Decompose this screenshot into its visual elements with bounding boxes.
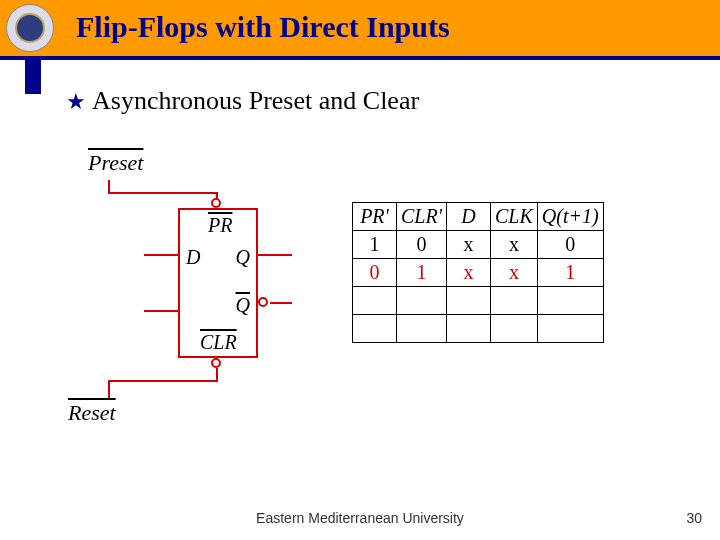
col-qnext: Q(t+1) bbox=[537, 203, 603, 231]
university-logo bbox=[6, 4, 54, 52]
col-clk: CLK bbox=[490, 203, 537, 231]
cell-empty bbox=[397, 287, 447, 315]
table-row bbox=[353, 287, 604, 315]
star-bullet-icon: ★ bbox=[66, 89, 86, 114]
truth-table: PR' CLR' D CLK Q(t+1) 1 0 x x 0 0 1 x x … bbox=[352, 202, 604, 343]
preset-label: Preset bbox=[88, 150, 143, 176]
col-d: D bbox=[446, 203, 490, 231]
bubble-preset bbox=[211, 198, 221, 208]
pr-pin-label: PR bbox=[208, 214, 232, 237]
cell-empty bbox=[537, 287, 603, 315]
bullet-text: Asynchronous Preset and Clear bbox=[92, 86, 419, 115]
wire-clr-down bbox=[108, 380, 110, 398]
wire-preset-h bbox=[108, 192, 218, 194]
wire-clr-h bbox=[108, 380, 218, 382]
q-pin-label: Q bbox=[236, 246, 250, 269]
table-header-row: PR' CLR' D CLK Q(t+1) bbox=[353, 203, 604, 231]
cell: 1 bbox=[397, 259, 447, 287]
cell-empty bbox=[490, 287, 537, 315]
logo-inner bbox=[15, 13, 45, 43]
cell: x bbox=[490, 259, 537, 287]
flipflop-box: PR D Q Q CLR bbox=[178, 208, 258, 358]
col-clr: CLR' bbox=[397, 203, 447, 231]
cell: x bbox=[446, 231, 490, 259]
reset-label: Reset bbox=[68, 400, 116, 426]
cell: 1 bbox=[353, 231, 397, 259]
cell: x bbox=[490, 231, 537, 259]
cell-empty bbox=[353, 287, 397, 315]
title-accent-bar bbox=[25, 60, 41, 94]
wire-q bbox=[258, 254, 292, 256]
qbar-pin-label: Q bbox=[236, 294, 250, 317]
cell-empty bbox=[446, 287, 490, 315]
bubble-clr bbox=[211, 358, 221, 368]
table-row bbox=[353, 315, 604, 343]
table-row: 1 0 x x 0 bbox=[353, 231, 604, 259]
cell-empty bbox=[537, 315, 603, 343]
wire-clk bbox=[144, 310, 178, 312]
cell: 0 bbox=[397, 231, 447, 259]
wire-qbar bbox=[270, 302, 292, 304]
footer-org: Eastern Mediterranean University bbox=[0, 510, 720, 526]
col-pr: PR' bbox=[353, 203, 397, 231]
bullet-item: ★Asynchronous Preset and Clear bbox=[66, 86, 419, 116]
wire-d bbox=[144, 254, 178, 256]
d-pin-label: D bbox=[186, 246, 200, 269]
slide-title: Flip-Flops with Direct Inputs bbox=[76, 10, 450, 44]
cell: 1 bbox=[537, 259, 603, 287]
cell-empty bbox=[446, 315, 490, 343]
cell-empty bbox=[353, 315, 397, 343]
table-row: 0 1 x x 1 bbox=[353, 259, 604, 287]
bubble-qbar bbox=[258, 297, 268, 307]
cell-empty bbox=[490, 315, 537, 343]
slide-number: 30 bbox=[686, 510, 702, 526]
qnext-t: t bbox=[563, 205, 569, 227]
qnext-q: Q bbox=[542, 205, 556, 227]
cell-empty bbox=[397, 315, 447, 343]
cell: 0 bbox=[537, 231, 603, 259]
flipflop-diagram: Preset Reset PR D Q Q CLR bbox=[88, 150, 328, 420]
cell: 0 bbox=[353, 259, 397, 287]
cell: x bbox=[446, 259, 490, 287]
clr-pin-label: CLR bbox=[200, 331, 237, 354]
